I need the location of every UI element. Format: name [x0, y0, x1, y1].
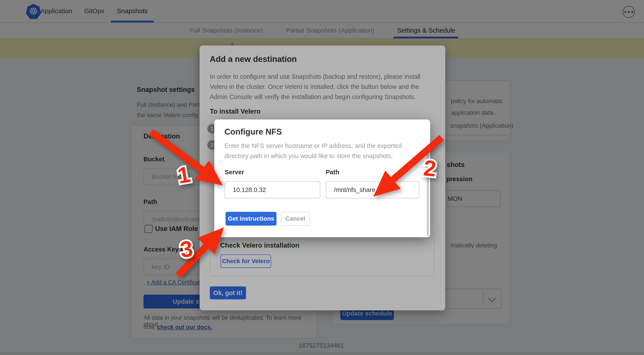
configure-nfs-title: Configure NFS: [224, 127, 282, 136]
cancel-button[interactable]: Cancel: [281, 212, 310, 226]
server-input[interactable]: [225, 181, 320, 198]
server-label: Server: [225, 169, 244, 176]
configure-nfs-description: Enter the NFS server hostname or IP addr…: [224, 142, 402, 149]
configure-nfs-description: directory path in which you would like t…: [224, 152, 393, 160]
admin-console-screen: ☸ Application GitOps Snapshots Full Snap…: [0, 0, 644, 355]
get-instructions-button[interactable]: Get instructions: [226, 212, 276, 226]
modal-scrollbar[interactable]: [427, 150, 429, 236]
nfs-path-label: Path: [326, 169, 339, 176]
nfs-path-input[interactable]: [326, 181, 419, 198]
configure-nfs-modal: Configure NFS Enter the NFS server hostn…: [214, 119, 430, 237]
